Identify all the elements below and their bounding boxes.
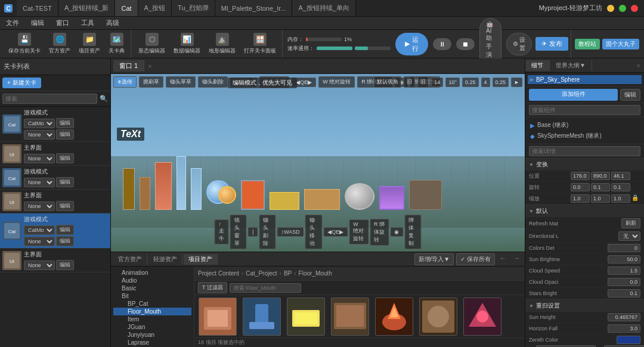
project-assets-btn[interactable]: 📁 项目资产 bbox=[75, 32, 104, 56]
scale-x[interactable] bbox=[571, 194, 590, 203]
colors-det-input[interactable] bbox=[608, 244, 640, 252]
fov-btn[interactable]: 4 bbox=[481, 78, 490, 87]
viewport-tab-close[interactable]: × bbox=[144, 63, 155, 70]
viewport-tab-1[interactable]: 窗口 1 bbox=[113, 60, 144, 72]
cull-tool[interactable]: 锄头剔除 bbox=[198, 76, 228, 88]
filter-btn[interactable]: T 过滤器 bbox=[198, 282, 227, 293]
data-editor-btn[interactable]: 📊 数据编辑器 bbox=[170, 32, 204, 56]
asset-item-2[interactable]: Ext_弹簧_道具于套_2 bbox=[285, 298, 327, 337]
asset-item-0[interactable]: Ext_宝器 bbox=[197, 298, 239, 337]
play-view-btn[interactable]: ► bbox=[511, 78, 522, 87]
mode-select[interactable]: None bbox=[24, 178, 55, 187]
card-search-input[interactable] bbox=[2, 94, 97, 104]
view-old2-btn[interactable]: 旧 bbox=[417, 76, 429, 88]
nav-hint-qe[interactable]: ◀QE▶ bbox=[323, 227, 348, 237]
edit-btn[interactable]: 编辑 bbox=[56, 260, 74, 270]
tutorial-btn[interactable]: 教程站 bbox=[575, 39, 600, 49]
mode-select2[interactable]: None bbox=[24, 237, 55, 246]
right-panel-close[interactable]: × bbox=[633, 61, 644, 70]
run-btn[interactable]: ▶ 运行 bbox=[395, 33, 428, 55]
tree-item-item[interactable]: Item bbox=[113, 315, 191, 323]
asset-item-1[interactable]: Ext_弹簧_道具于套 bbox=[241, 298, 283, 337]
new-asset-btn[interactable]: 新增/导入▼ bbox=[414, 253, 454, 265]
asset-item-3[interactable]: Ext_木墙 bbox=[329, 298, 371, 337]
sun-bright-input[interactable] bbox=[608, 255, 640, 264]
view-old1-btn[interactable]: 旧 bbox=[404, 76, 415, 88]
asset-item-6[interactable]: Heart_墙口 bbox=[462, 298, 503, 337]
asset-search-input[interactable] bbox=[230, 283, 301, 293]
scale-y[interactable] bbox=[591, 194, 610, 203]
tree-item-animation[interactable]: Animation bbox=[113, 269, 191, 277]
new-card-btn[interactable]: + 新建关卡 bbox=[2, 78, 41, 88]
tab-a-btn-cont[interactable]: A_按钮持续_新 bbox=[58, 0, 116, 16]
edit-btn2[interactable]: 编辑 bbox=[56, 129, 74, 140]
open-level-panel-btn[interactable]: 🪟 打开关卡面板 bbox=[240, 32, 280, 56]
nav-hint-cam[interactable]: 镜头窗草 bbox=[230, 215, 247, 249]
minimize-btn[interactable] bbox=[607, 5, 614, 12]
menu-advanced[interactable]: 高级 bbox=[104, 17, 122, 29]
edit-btn[interactable]: 编辑 bbox=[56, 153, 74, 163]
detail-tab[interactable]: 细节 bbox=[525, 60, 550, 71]
mode-select[interactable]: None bbox=[24, 202, 55, 211]
edit-btn[interactable]: 编辑 bbox=[56, 118, 74, 128]
angle-btn[interactable]: 10° bbox=[445, 78, 460, 87]
grid-size-btn[interactable]: 14 bbox=[431, 78, 443, 87]
default-header[interactable]: ▼ 默认 bbox=[525, 205, 644, 217]
scale-z[interactable] bbox=[611, 194, 630, 203]
nav-hint-arrow[interactable]: ↑ 走牛 bbox=[215, 219, 229, 244]
nav-hint-arrow2[interactable]: 锄头移动 bbox=[305, 215, 322, 249]
menu-edit[interactable]: 编辑 bbox=[29, 17, 47, 29]
menu-file[interactable]: 文件 bbox=[4, 17, 21, 29]
tree-item-junyiyuan[interactable]: Junyiyuan bbox=[113, 331, 191, 339]
snap-btn[interactable]: 0.25 bbox=[493, 78, 509, 87]
tab-cat-test[interactable]: Cat-TEST bbox=[17, 0, 58, 16]
outline-tab[interactable]: 世界大纲▼ bbox=[550, 60, 592, 71]
tree-item-bit[interactable]: Bit bbox=[113, 292, 191, 300]
mode-select[interactable]: None bbox=[24, 261, 55, 270]
user-btn[interactable]: 固个大丸子 bbox=[602, 39, 639, 49]
props-search-input[interactable] bbox=[529, 146, 640, 156]
publish-btn[interactable]: ✈ 发布 bbox=[535, 37, 568, 51]
pos-y[interactable] bbox=[591, 172, 610, 180]
breadcrumb-floor[interactable]: Floor_Mouth bbox=[299, 270, 332, 277]
lock-icon[interactable]: 🔒 bbox=[631, 194, 639, 203]
mode-select[interactable]: CatMo bbox=[24, 225, 55, 235]
reset-header[interactable]: ▼ 重归设置 bbox=[525, 300, 644, 312]
tree-item-jguan[interactable]: JGuan bbox=[113, 323, 191, 331]
settings-btn[interactable]: ⚙ 设置 bbox=[506, 33, 532, 55]
cloud-opaci-input[interactable] bbox=[608, 278, 640, 286]
select-tool[interactable]: ⊕选传 bbox=[113, 76, 137, 88]
save-all-btn[interactable]: ✓ 保存所有 bbox=[456, 253, 495, 265]
rot-x[interactable] bbox=[571, 183, 590, 191]
asset-tab-light[interactable]: 轻游资产 bbox=[148, 254, 182, 265]
level-index-btn[interactable]: 🗺️ 关卡典 bbox=[105, 32, 128, 56]
tree-item-bp-cat[interactable]: BP_Cat bbox=[113, 300, 191, 308]
hoe-tool[interactable]: 锄头草草 bbox=[166, 76, 196, 88]
close-btn[interactable] bbox=[631, 5, 638, 12]
pause-btn[interactable]: ⏸ bbox=[433, 38, 451, 50]
nav-hint-copy[interactable]: 绑体复制 bbox=[404, 215, 421, 249]
breadcrumb-cat[interactable]: Cat_Project bbox=[246, 270, 277, 277]
asset-item-5[interactable]: Ext_道具丛龙 bbox=[417, 298, 459, 337]
mode-select2[interactable]: None bbox=[24, 130, 55, 140]
mode-select[interactable]: CatMo bbox=[24, 119, 55, 128]
tab-cat[interactable]: Cat bbox=[115, 0, 138, 16]
viewport-area[interactable]: ⊕选传 拥刷草 锄头草草 锄头剔除 ↕WASD 锄头移动 ◀QE▶ W 绝对旋转… bbox=[111, 74, 525, 252]
abs-rot-tool[interactable]: W 绝对旋转 bbox=[318, 76, 355, 88]
maximize-btn[interactable] bbox=[619, 5, 626, 12]
nav-hint-action[interactable]: 锄头剔除 bbox=[259, 215, 275, 249]
edit-btn[interactable]: 编辑 bbox=[56, 225, 74, 235]
nav-hint-r[interactable]: R 绑体旋转 bbox=[370, 219, 389, 246]
official-assets-btn[interactable]: 🌐 官方资产 bbox=[45, 32, 74, 56]
pos-x[interactable] bbox=[571, 172, 590, 180]
edit-component-btn[interactable]: 编辑 bbox=[620, 89, 640, 101]
nav-hint-body[interactable]: ◉ bbox=[390, 227, 403, 237]
nav-back-btn[interactable]: ← bbox=[497, 253, 509, 265]
asset-item-4[interactable]: Ext_热焰器 bbox=[373, 298, 415, 337]
pos-z[interactable] bbox=[611, 172, 630, 180]
tree-item-basic[interactable]: Basic bbox=[113, 284, 191, 292]
tab-a-btn[interactable]: A_按钮 bbox=[138, 0, 172, 16]
rot-y[interactable] bbox=[591, 183, 610, 191]
save-level-btn[interactable]: 💾 保存当前关卡 bbox=[5, 32, 44, 56]
transform-header[interactable]: ▼ 变换 bbox=[525, 159, 644, 171]
